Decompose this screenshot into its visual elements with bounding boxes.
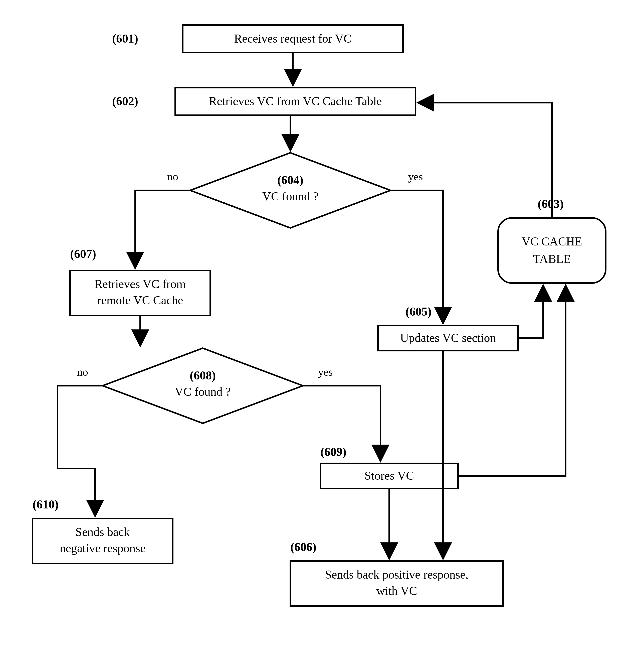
node-609: Stores VC bbox=[320, 463, 458, 488]
edge-604-no-label: no bbox=[167, 171, 178, 183]
node-601: Receives request for VC bbox=[183, 25, 403, 53]
node-601-label: (601) bbox=[112, 32, 138, 45]
node-610-line1: Sends back bbox=[75, 525, 130, 538]
flowchart: Receives request for VC (601) Retrieves … bbox=[0, 0, 632, 672]
node-607-line2: remote VC Cache bbox=[97, 293, 183, 307]
node-604-label: (604) bbox=[277, 173, 303, 187]
edge-608-no bbox=[57, 386, 103, 516]
node-610-label: (610) bbox=[32, 498, 58, 511]
edge-608-yes-label: yes bbox=[318, 366, 333, 378]
edge-604-no bbox=[135, 190, 190, 268]
node-609-label: (609) bbox=[320, 445, 347, 459]
edge-604-yes-label: yes bbox=[408, 171, 423, 183]
edge-604-yes bbox=[390, 190, 443, 323]
node-607-label: (607) bbox=[70, 247, 96, 261]
node-607-line1: Retrieves VC from bbox=[95, 277, 186, 291]
node-602-label: (602) bbox=[112, 94, 138, 108]
node-606: Sends back positive response, with VC bbox=[290, 561, 503, 606]
node-609-text: Stores VC bbox=[364, 469, 414, 482]
node-603-label: (603) bbox=[538, 197, 564, 211]
node-602-text: Retrieves VC from VC Cache Table bbox=[209, 94, 382, 108]
node-606-line1: Sends back positive response, bbox=[325, 568, 468, 581]
edge-608-no-label: no bbox=[77, 366, 88, 378]
node-605-label: (605) bbox=[405, 305, 431, 318]
node-605-text: Updates VC section bbox=[400, 331, 496, 344]
node-601-text: Receives request for VC bbox=[234, 32, 352, 45]
node-608: (608) VC found ? bbox=[103, 348, 303, 423]
node-605: Updates VC section bbox=[378, 326, 518, 351]
node-604-text: VC found ? bbox=[262, 190, 319, 203]
edge-609-603 bbox=[458, 286, 566, 476]
node-608-text: VC found ? bbox=[175, 385, 231, 398]
node-604: (604) VC found ? bbox=[190, 153, 390, 228]
node-606-line2: with VC bbox=[376, 584, 417, 597]
node-607: Retrieves VC from remote VC Cache bbox=[70, 270, 210, 316]
node-603: VC CACHE TABLE bbox=[498, 218, 606, 283]
node-608-label: (608) bbox=[190, 369, 216, 382]
node-603-line2: TABLE bbox=[533, 252, 571, 265]
svg-rect-3 bbox=[498, 218, 606, 283]
edge-605-603 bbox=[518, 286, 543, 338]
node-606-label: (606) bbox=[290, 540, 317, 554]
node-602: Retrieves VC from VC Cache Table bbox=[175, 88, 415, 115]
node-610-line2: negative response bbox=[60, 542, 146, 555]
node-603-line1: VC CACHE bbox=[522, 235, 582, 248]
edge-603-602 bbox=[418, 103, 552, 218]
node-610: Sends back negative response bbox=[32, 519, 173, 563]
